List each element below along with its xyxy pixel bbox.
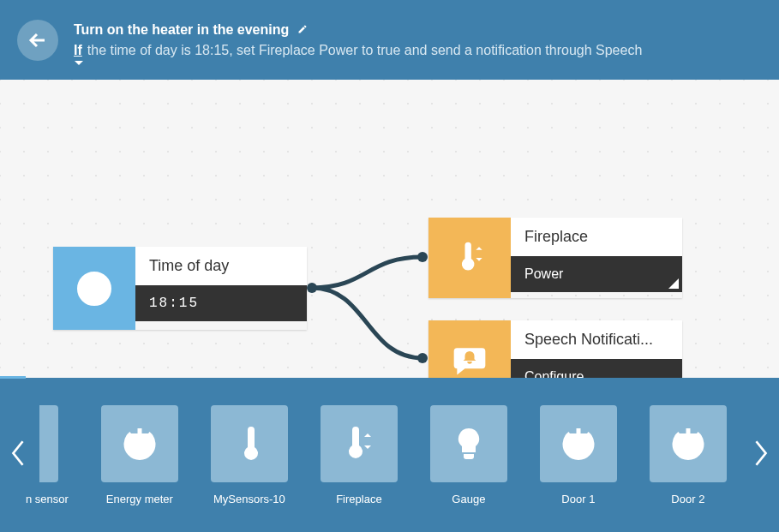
svg-point-2: [417, 252, 428, 262]
action-node-fireplace[interactable]: Fireplace Power: [428, 218, 682, 298]
header-bar: Turn on the heater in the evening If the…: [0, 0, 779, 80]
palette-item-fireplace[interactable]: Fireplace: [321, 405, 398, 505]
palette-next-button[interactable]: [752, 438, 770, 472]
thermostat-icon: [321, 405, 398, 482]
action-value[interactable]: Power: [511, 256, 682, 292]
bulb-icon: [430, 405, 507, 482]
power-icon: [39, 405, 58, 482]
palette-item-label: Gauge: [452, 493, 485, 505]
trigger-node-time[interactable]: Time of day 18:15: [53, 247, 307, 330]
trigger-value[interactable]: 18:15: [135, 285, 307, 321]
flow-connectors: [307, 238, 435, 375]
palette-items: n sensor Energy meter MySensors-10 Firep…: [26, 405, 727, 505]
power-icon: [650, 405, 727, 482]
chevron-down-icon: [75, 61, 83, 65]
palette-prev-button[interactable]: [9, 438, 27, 472]
flow-canvas[interactable]: Time of day 18:15 Fireplace Power: [0, 80, 779, 378]
action-title: Fireplace: [511, 218, 682, 256]
palette-item-door-1[interactable]: Door 1: [540, 405, 617, 505]
back-button[interactable]: [17, 20, 58, 61]
header-text: Turn on the heater in the evening If the…: [74, 22, 642, 58]
if-dropdown[interactable]: If: [74, 43, 82, 58]
palette-item-gauge[interactable]: Gauge: [430, 405, 507, 505]
thermostat-icon: [428, 218, 511, 298]
thermometer-icon: [211, 405, 288, 482]
svg-point-3: [417, 353, 428, 363]
palette-item-label: MySensors-10: [213, 493, 285, 505]
clock-icon: [53, 247, 135, 330]
palette-item-label: Energy meter: [106, 493, 173, 505]
action-title: Speech Notificati...: [511, 320, 682, 359]
palette-item-label: n sensor: [26, 493, 69, 505]
palette-item-label: Door 1: [561, 493, 595, 505]
svg-point-1: [307, 283, 317, 293]
power-icon: [101, 405, 178, 482]
rule-description: the time of day is 18:15, set Fireplace …: [87, 43, 643, 58]
rule-title[interactable]: Turn on the heater in the evening: [74, 22, 289, 38]
palette-selection-indicator: [0, 376, 26, 379]
device-palette: n sensor Energy meter MySensors-10 Firep…: [0, 378, 779, 532]
power-icon: [540, 405, 617, 482]
palette-item-label: Door 2: [671, 493, 704, 505]
palette-item-sensor[interactable]: n sensor: [26, 405, 69, 505]
expand-corner-icon: [668, 278, 679, 289]
palette-item-energy-meter[interactable]: Energy meter: [101, 405, 178, 505]
edit-icon[interactable]: [297, 22, 308, 38]
palette-item-mysensors[interactable]: MySensors-10: [211, 405, 288, 505]
palette-item-door-2[interactable]: Door 2: [650, 405, 727, 505]
trigger-title: Time of day: [135, 247, 307, 285]
palette-item-label: Fireplace: [336, 493, 381, 505]
